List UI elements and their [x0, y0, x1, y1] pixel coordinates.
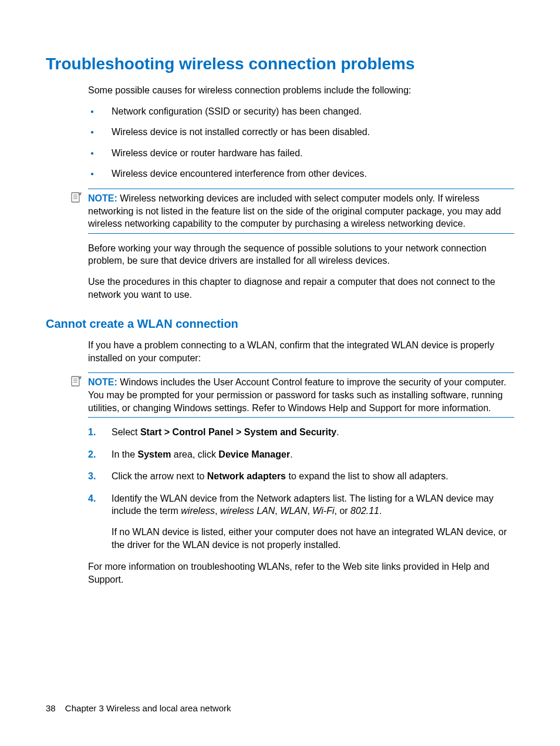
- step-number: 2.: [88, 448, 96, 461]
- note-block: NOTE: Windows includes the User Account …: [70, 372, 514, 418]
- page-footer: 38 Chapter 3 Wireless and local area net…: [46, 703, 231, 713]
- svg-rect-4: [72, 377, 79, 386]
- step-number: 3.: [88, 470, 96, 483]
- step-item: 4. Identify the WLAN device from the Net…: [88, 492, 514, 551]
- note-content: NOTE: Windows includes the User Account …: [88, 372, 514, 418]
- list-item: Wireless device encountered interference…: [88, 167, 514, 180]
- step-text: If no WLAN device is listed, either your…: [112, 526, 514, 551]
- ordered-steps: 1. Select Start > Control Panel > System…: [88, 426, 514, 551]
- step-text: Identify the WLAN device from the Networ…: [112, 492, 514, 518]
- wlan-intro-block: If you have a problem connecting to a WL…: [88, 339, 514, 364]
- chapter-label: Chapter 3 Wireless and local area networ…: [65, 703, 231, 713]
- paragraph-block: Before working your way through the sequ…: [88, 242, 514, 301]
- page-content: Troubleshooting wireless connection prob…: [0, 0, 560, 586]
- intro-block: Some possible causes for wireless connec…: [88, 84, 514, 180]
- svg-rect-0: [72, 193, 79, 202]
- note-icon: [70, 192, 82, 204]
- list-item: Wireless device is not installed correct…: [88, 126, 514, 139]
- paragraph: Use the procedures in this chapter to di…: [88, 275, 514, 301]
- causes-list: Network configuration (SSID or security)…: [88, 105, 514, 180]
- paragraph: If you have a problem connecting to a WL…: [88, 339, 514, 364]
- note-label: NOTE:: [88, 193, 117, 203]
- step-text: In the System area, click Device Manager…: [112, 448, 514, 461]
- heading-2: Cannot create a WLAN connection: [46, 317, 514, 331]
- step-item: 1. Select Start > Control Panel > System…: [88, 426, 514, 439]
- step-number: 1.: [88, 426, 96, 439]
- steps-block: 1. Select Start > Control Panel > System…: [88, 426, 514, 586]
- step-item: 2. In the System area, click Device Mana…: [88, 448, 514, 461]
- step-text: Click the arrow next to Network adapters…: [112, 470, 514, 483]
- note-text: Wireless networking devices are included…: [88, 193, 501, 228]
- heading-1: Troubleshooting wireless connection prob…: [46, 55, 514, 73]
- note-label: NOTE:: [88, 377, 117, 387]
- intro-paragraph: Some possible causes for wireless connec…: [88, 84, 514, 97]
- note-icon: [70, 376, 82, 388]
- list-item: Wireless device or router hardware has f…: [88, 147, 514, 160]
- note-block: NOTE: Wireless networking devices are in…: [70, 189, 514, 234]
- page-number: 38: [46, 703, 56, 713]
- note-text: Windows includes the User Account Contro…: [88, 377, 506, 412]
- step-number: 4.: [88, 492, 96, 505]
- step-text: Select Start > Control Panel > System an…: [112, 426, 514, 439]
- paragraph: For more information on troubleshooting …: [88, 560, 514, 586]
- note-content: NOTE: Wireless networking devices are in…: [88, 189, 514, 234]
- step-item: 3. Click the arrow next to Network adapt…: [88, 470, 514, 483]
- list-item: Network configuration (SSID or security)…: [88, 105, 514, 118]
- paragraph: Before working your way through the sequ…: [88, 242, 514, 267]
